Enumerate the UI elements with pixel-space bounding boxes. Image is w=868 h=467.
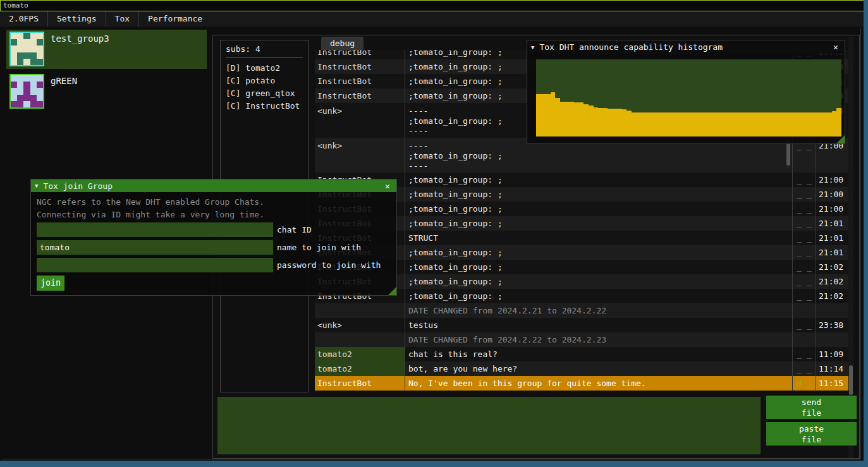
histogram-bin [632, 112, 637, 136]
message-status: _ _ [792, 260, 816, 274]
os-title-bar[interactable]: tomato [0, 0, 864, 11]
resize-grip[interactable] [388, 287, 396, 295]
avatar-pixel [11, 45, 17, 52]
join-group-window: ▼ Tox join Group ✕ NGC refers to the New… [30, 179, 397, 296]
contact-name: gREEN [51, 76, 77, 111]
histogram-bin [536, 94, 541, 136]
histogram-bin [817, 112, 822, 136]
message-status: _ _ [792, 202, 816, 216]
message-row[interactable]: tomato2chat is this real?_ _11:09 [315, 347, 849, 361]
chat-id-field[interactable] [37, 222, 273, 237]
avatar-pixel [30, 75, 37, 82]
dht-histogram-titlebar[interactable]: ▼ Tox DHT announce capability histogram … [527, 40, 845, 54]
histogram-bin [594, 107, 599, 136]
contact-row-gREEN[interactable]: gREEN [6, 72, 207, 111]
histogram-bin [546, 94, 551, 136]
subs-member[interactable]: [C] InstructBot [226, 100, 303, 112]
menu-item-performance[interactable]: Performance [139, 11, 211, 27]
message-row[interactable]: tomato2bot, are you new here?_ _11:14 [315, 361, 849, 376]
subs-member[interactable]: [C] potato [226, 75, 303, 87]
message-status: _ _ [792, 274, 816, 289]
histogram-bin [813, 112, 818, 136]
close-icon[interactable]: ✕ [382, 181, 393, 191]
avatar-pixel [11, 52, 17, 59]
histogram-bin [751, 112, 756, 136]
resize-grip[interactable] [836, 135, 845, 143]
histogram-bin [742, 112, 747, 136]
histogram-bin [761, 112, 766, 136]
message-timestamp: 23:38 [816, 318, 848, 332]
message-author: InstructBot [315, 74, 405, 88]
avatar-pixel [37, 95, 43, 101]
message-status: _ _ [792, 318, 816, 332]
histogram-bin [555, 98, 560, 136]
date-changed-row[interactable]: DATE CHANGED from 2024.2.22 to 2024.2.23 [315, 332, 849, 347]
message-input[interactable] [217, 397, 761, 454]
chat-scrollbar-thumb[interactable] [849, 365, 853, 395]
message-timestamp [816, 303, 848, 318]
avatar-pixel [23, 39, 30, 45]
histogram-bin [570, 102, 575, 136]
histogram-bin [656, 112, 661, 136]
histogram-bin [608, 109, 613, 136]
histogram-bin [703, 112, 708, 136]
histogram-bin [551, 92, 556, 136]
contact-avatar [9, 32, 44, 66]
avatar-pixel [11, 95, 17, 101]
chat-scrollbar[interactable] [848, 37, 853, 458]
avatar-pixel [17, 75, 23, 82]
message-timestamp: 21:01 [816, 231, 848, 245]
message-status: _ _ [792, 231, 816, 245]
message-row[interactable]: InstructBotNo, I've been in this group f… [315, 376, 849, 391]
avatar-pixel [23, 52, 30, 59]
histogram-bin [660, 112, 665, 136]
join-password-field[interactable] [37, 258, 273, 272]
message-row[interactable]: <unk>testus_ _23:38 [315, 318, 849, 332]
message-status: d _ [792, 376, 816, 391]
join-group-titlebar[interactable]: ▼ Tox join Group ✕ [31, 179, 396, 192]
paste-file-button[interactable]: paste file [766, 422, 857, 446]
date-changed-row[interactable]: DATE CHANGED from 2024.2.21 to 2024.2.22 [315, 303, 849, 318]
subs-member[interactable]: [C] green_qtox [226, 87, 303, 100]
avatar-pixel [23, 88, 30, 94]
histogram-bin [712, 112, 718, 136]
histogram-bin [808, 112, 813, 136]
join-name-field[interactable] [37, 240, 273, 255]
subs-member[interactable]: [D] tomato2 [226, 62, 303, 75]
tab-debug[interactable]: debug [321, 37, 364, 50]
send-file-button[interactable]: send file [766, 396, 857, 419]
join-name-label: name to join with [277, 240, 361, 255]
message-text: STRUCT [405, 231, 792, 245]
histogram-bin [774, 112, 779, 136]
avatar-pixel [11, 39, 17, 45]
message-text: bot, are you new here? [405, 361, 792, 376]
message-author: InstructBot [315, 50, 405, 59]
avatar-pixel [17, 88, 23, 94]
histogram-bin [613, 109, 618, 136]
avatar-pixel [11, 101, 17, 107]
histogram-bin [689, 112, 694, 136]
histogram-bin [669, 112, 675, 136]
menu-item-settings[interactable]: Settings [48, 11, 106, 27]
join-button[interactable]: join [37, 276, 64, 291]
message-status: _ _ [792, 173, 816, 187]
message-text: ;tomato_in_group: ; [405, 260, 792, 274]
histogram-bin [755, 112, 761, 136]
message-inner-scrollbar-thumb[interactable] [786, 142, 790, 166]
message-status: _ _ [792, 289, 816, 303]
collapse-arrow-icon[interactable]: ▼ [531, 44, 534, 51]
avatar-pixel [37, 45, 43, 52]
close-icon[interactable]: ✕ [831, 42, 841, 52]
histogram-bin [560, 102, 565, 136]
contact-avatar [9, 74, 44, 109]
avatar-pixel [11, 75, 17, 82]
message-author [315, 332, 405, 347]
histogram-bin [675, 112, 680, 136]
collapse-arrow-icon[interactable]: ▼ [35, 183, 38, 189]
menu-item-tox[interactable]: Tox [106, 11, 138, 27]
message-timestamp: 11:15 [816, 376, 848, 391]
contact-row-test_group3[interactable]: test_group3 [6, 30, 207, 69]
message-author [315, 303, 405, 318]
avatar-pixel [11, 88, 17, 94]
histogram-bin [651, 112, 656, 136]
